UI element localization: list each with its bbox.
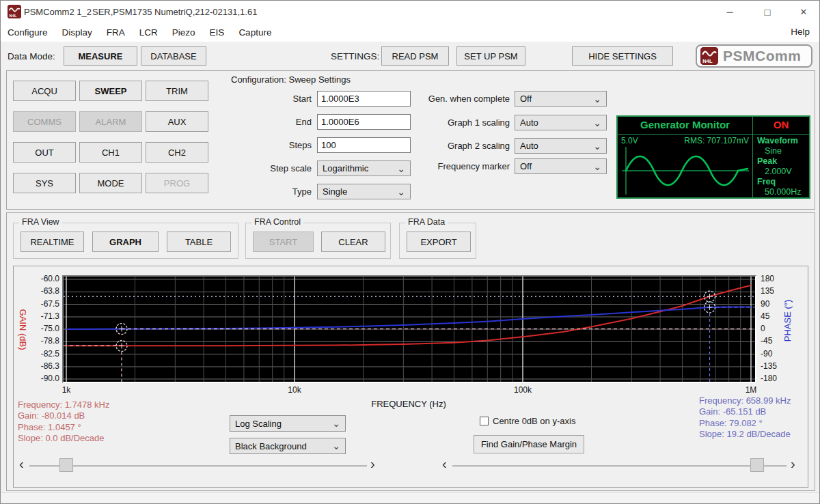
phase-tick-label: 45	[761, 311, 791, 321]
realtime-button[interactable]: REALTIME	[20, 232, 84, 252]
scroll-right-arrow-icon[interactable]: ›	[791, 457, 795, 471]
gain-tick-label: -67.5	[27, 299, 59, 309]
freq-label: Freq	[756, 177, 808, 187]
database-button[interactable]: DATABASE	[141, 46, 206, 66]
fra-control-group: FRA Control START CLEAR	[245, 223, 391, 259]
scrollbar-thumb[interactable]	[59, 458, 73, 472]
menu-item-piezo[interactable]: Piezo	[172, 27, 195, 38]
menu-item-eis[interactable]: EIS	[210, 27, 225, 38]
scroll-left-arrow-icon[interactable]: ‹	[19, 457, 24, 471]
table-button[interactable]: TABLE	[167, 232, 231, 252]
setup-psm-button[interactable]: SET UP PSM	[456, 46, 525, 66]
graph1-scaling-label: Graph 1 scaling	[394, 117, 510, 128]
read-psm-button[interactable]: READ PSM	[381, 46, 449, 66]
close-button[interactable]: ✕	[793, 3, 815, 20]
steps-label: Steps	[226, 140, 312, 150]
menu-item-capture[interactable]: Capture	[238, 27, 271, 38]
graph-button[interactable]: GRAPH	[92, 232, 159, 252]
export-button[interactable]: EXPORT	[407, 232, 471, 252]
menu-item-display[interactable]: Display	[62, 27, 92, 38]
nav-button-out[interactable]: OUT	[13, 142, 76, 163]
scaling-value: Log Scaling	[235, 419, 282, 429]
freq-value: 50.000Hz	[756, 187, 808, 197]
nav-button-sweep[interactable]: SWEEP	[79, 81, 142, 101]
cursor-left-frequency: Frequency: 1.7478 kHz	[18, 400, 109, 410]
hide-settings-button[interactable]: HIDE SETTINGS	[572, 46, 673, 66]
type-dropdown[interactable]: Single ⌄	[317, 184, 411, 199]
maximize-button[interactable]: □	[756, 3, 778, 20]
phase-tick-label: -90	[761, 349, 791, 359]
status-bar	[1, 492, 819, 503]
background-value: Black Background	[235, 441, 307, 451]
bode-plot[interactable]	[62, 275, 756, 383]
generator-rms-readout: RMS: 707.107mV	[684, 136, 749, 145]
nav-button-aux[interactable]: AUX	[146, 111, 208, 132]
gen-when-complete-dropdown[interactable]: Off ⌄	[515, 91, 607, 107]
gen-when-complete-value: Off	[520, 94, 532, 104]
phase-tick-label: -45	[761, 336, 791, 346]
nav-button-mode[interactable]: MODE	[79, 173, 142, 193]
graph2-scaling-label: Graph 2 scaling	[394, 141, 510, 151]
nav-button-ch1[interactable]: CH1	[79, 142, 142, 163]
phase-tick-label: -180	[761, 374, 791, 383]
menu-item-configure[interactable]: Configure	[8, 27, 48, 38]
graph1-scaling-dropdown[interactable]: Auto ⌄	[515, 115, 607, 130]
menu-item-fra[interactable]: FRA	[107, 27, 125, 38]
gain-tick-label: -82.5	[27, 349, 59, 359]
phase-tick-label: 135	[761, 286, 791, 296]
scrollbar-thumb[interactable]	[750, 458, 764, 472]
generator-monitor: Generator Monitor ON 5.0V RMS: 707.107mV…	[616, 115, 810, 199]
frequency-marker-dropdown[interactable]: Off ⌄	[515, 158, 607, 174]
peak-value: 2.000V	[756, 167, 808, 177]
data-mode-label: Data Mode:	[8, 51, 55, 61]
chevron-down-icon: ⌄	[332, 443, 340, 449]
frequency-marker-value: Off	[520, 161, 532, 171]
background-dropdown[interactable]: Black Background ⌄	[230, 438, 346, 454]
cursor-left-slope: Slope: 0.0 dB/Decade	[18, 433, 109, 444]
phase-tick-label: 90	[761, 299, 791, 309]
chevron-down-icon: ⌄	[332, 420, 340, 427]
type-value: Single	[323, 186, 347, 197]
gain-tick-label: -71.3	[27, 311, 59, 321]
step-scale-value: Logarithmic	[323, 163, 368, 173]
frequency-marker-label: Frequency marker	[394, 161, 510, 171]
nav-button-acqu[interactable]: ACQU	[13, 81, 76, 101]
graph1-scaling-value: Auto	[520, 117, 538, 128]
graph2-scaling-dropdown[interactable]: Auto ⌄	[515, 138, 607, 154]
series-gain	[66, 285, 751, 346]
n4l-app-icon: N4L	[8, 5, 21, 18]
sine-wave-display	[620, 145, 750, 196]
cursor-left-readout: Frequency: 1.7478 kHz Gain: -80.014 dB P…	[18, 400, 109, 444]
gain-tick-label: -63.8	[27, 286, 59, 296]
menu-item-help[interactable]: Help	[791, 27, 810, 37]
freq-tick-label: 100k	[502, 385, 543, 395]
scrollbar-track[interactable]	[29, 465, 367, 467]
cursor-left-phase: Phase: 1.0457 °	[18, 422, 109, 433]
cursor-right-phase: Phase: 79.082 °	[699, 418, 791, 429]
clear-button[interactable]: CLEAR	[321, 232, 385, 252]
find-margin-button[interactable]: Find Gain/Phase Margin	[474, 435, 584, 453]
scroll-left-arrow-icon[interactable]: ‹	[442, 457, 447, 471]
scrollbar-track[interactable]	[452, 465, 787, 467]
scroll-right-arrow-icon[interactable]: ›	[370, 457, 375, 471]
measure-button[interactable]: MEASURE	[64, 46, 137, 66]
fra-data-group-label: FRA Data	[405, 217, 448, 227]
start-button: START	[253, 232, 314, 252]
cursor-right-frequency: Frequency: 658.99 kHz	[699, 395, 791, 406]
phase-tick-label: 0	[761, 324, 791, 333]
scaling-dropdown[interactable]: Log Scaling ⌄	[230, 415, 346, 432]
nav-button-ch2[interactable]: CH2	[146, 142, 208, 163]
n4l-logo-icon: N4L	[700, 47, 718, 65]
chevron-down-icon: ⌄	[593, 143, 601, 150]
nav-button-sys[interactable]: SYS	[13, 173, 76, 193]
centre-0db-checkbox[interactable]	[480, 417, 489, 425]
generator-info: Waveform Sine Peak 2.000V Freq 50.000Hz	[756, 135, 808, 196]
chevron-down-icon: ⌄	[593, 163, 601, 170]
cursor-left-gain: Gain: -80.014 dB	[18, 410, 109, 421]
nav-button-trim[interactable]: TRIM	[146, 81, 208, 101]
nav-button-prog: PROG	[146, 173, 208, 193]
minimize-button[interactable]: ─	[719, 3, 741, 20]
fra-control-group-label: FRA Control	[251, 217, 303, 227]
phase-tick-label: 180	[761, 274, 791, 283]
menu-item-lcr[interactable]: LCR	[139, 27, 158, 38]
